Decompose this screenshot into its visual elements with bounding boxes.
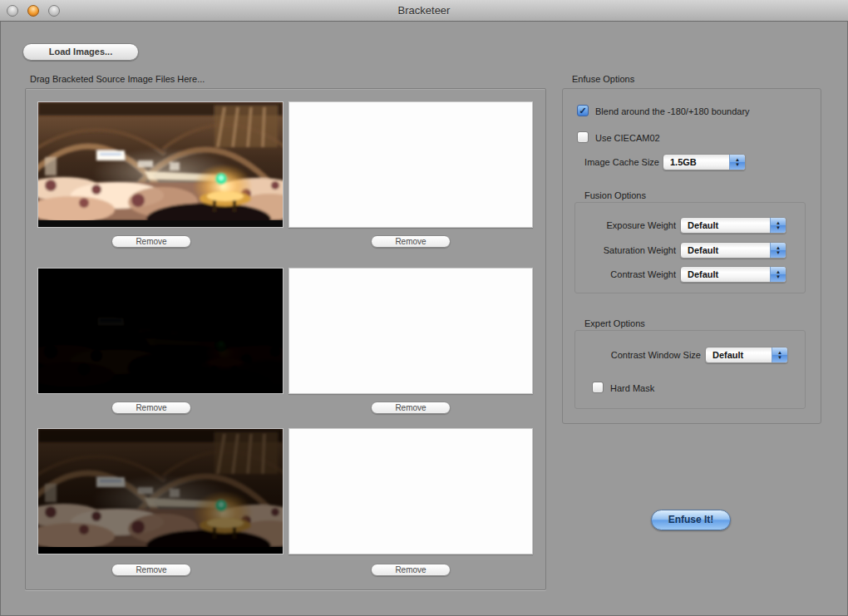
enfuse-it-button[interactable]: Enfuse It! (651, 510, 731, 530)
saturation-weight-popup[interactable]: Default ▲▼ (680, 242, 786, 259)
panorama-thumbnail-mid (37, 428, 283, 554)
empty-image-slot (288, 428, 533, 554)
ciecam-label: Use CIECAM02 (595, 133, 660, 143)
empty-image-slot (288, 268, 533, 394)
window-title: Bracketeer (0, 4, 848, 17)
panorama-thumbnail-bright (37, 101, 283, 228)
stepper-icon: ▲▼ (770, 218, 786, 233)
remove-button-row1-right[interactable]: Remove (371, 235, 451, 248)
blend-boundary-label: Blend around the -180/+180 boundary (595, 106, 750, 116)
hard-mask-label: Hard Mask (610, 383, 654, 393)
enfuse-options-title: Enfuse Options (572, 74, 634, 84)
stepper-icon: ▲ ▼ (729, 155, 745, 170)
stepper-icon: ▲▼ (770, 243, 786, 258)
image-cache-popup[interactable]: 1.5GB ▲ ▼ (663, 154, 746, 170)
remove-button-row3-left[interactable]: Remove (111, 564, 191, 576)
exposure-weight-label: Exposure Weight (582, 220, 676, 230)
contrast-window-size-label: Contrast Window Size (582, 350, 701, 360)
stepper-icon: ▲▼ (770, 267, 786, 282)
contrast-weight-popup[interactable]: Default ▲▼ (680, 266, 786, 283)
saturation-weight-label: Saturation Weight (582, 245, 676, 255)
empty-image-slot (288, 101, 533, 228)
blend-boundary-checkbox[interactable]: ✓ (577, 105, 589, 116)
expert-options-title: Expert Options (584, 318, 645, 328)
bracketeer-window: Bracketeer Load Images... Drag Bracketed… (0, 0, 848, 616)
remove-button-row3-right[interactable]: Remove (371, 564, 451, 576)
remove-button-row2-left[interactable]: Remove (111, 402, 191, 414)
titlebar[interactable]: Bracketeer (0, 0, 848, 22)
image-cache-value: 1.5GB (670, 157, 697, 167)
contrast-weight-label: Contrast Weight (582, 269, 676, 279)
stepper-icon: ▲▼ (772, 347, 787, 362)
image-cache-label: Image Cache Size (568, 157, 659, 167)
panorama-thumbnail-dark (37, 268, 283, 394)
remove-button-row2-right[interactable]: Remove (371, 402, 451, 414)
expert-options-box (574, 330, 806, 409)
remove-button-row1-left[interactable]: Remove (111, 235, 191, 248)
hard-mask-checkbox[interactable]: ✓ (592, 382, 604, 393)
load-images-button[interactable]: Load Images... (22, 43, 139, 61)
contrast-window-size-popup[interactable]: Default ▲▼ (705, 347, 788, 363)
fusion-options-title: Fusion Options (584, 190, 646, 200)
ciecam-checkbox[interactable]: ✓ (577, 131, 589, 143)
exposure-weight-popup[interactable]: Default ▲▼ (680, 217, 786, 234)
source-panel-heading: Drag Bracketed Source Image Files Here..… (30, 74, 205, 84)
